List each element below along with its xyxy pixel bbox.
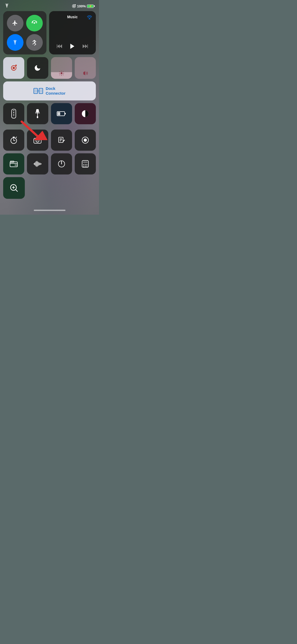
svg-rect-40 <box>13 137 15 137</box>
play-button[interactable] <box>69 43 76 51</box>
svg-rect-5 <box>57 44 58 48</box>
home-bar <box>34 210 65 211</box>
svg-rect-19 <box>34 89 37 93</box>
svg-rect-8 <box>13 67 15 69</box>
rotation-lock-icon <box>10 64 18 72</box>
svg-line-78 <box>16 190 17 191</box>
clock-button[interactable] <box>51 153 72 174</box>
invert-colors-icon <box>81 110 89 118</box>
screen-record-button[interactable] <box>75 130 96 151</box>
fast-forward-icon <box>82 44 88 49</box>
row-connectivity-music: Music <box>3 11 96 54</box>
record-icon <box>82 136 89 144</box>
svg-point-25 <box>13 112 14 113</box>
svg-point-51 <box>84 139 87 142</box>
invert-colors-button[interactable] <box>75 103 96 124</box>
svg-point-3 <box>34 22 35 24</box>
svg-point-74 <box>83 166 84 167</box>
clock-icon <box>58 160 65 168</box>
svg-rect-26 <box>13 114 14 114</box>
volume-icon <box>82 70 88 76</box>
dock-connector-icon <box>34 87 43 95</box>
cellular-icon <box>31 20 37 26</box>
wallet-icon <box>10 161 18 167</box>
svg-rect-24 <box>13 111 15 111</box>
do-not-disturb-button[interactable] <box>27 57 48 79</box>
music-header: Music <box>53 14 92 20</box>
airplay-icon[interactable] <box>87 14 92 20</box>
svg-point-73 <box>86 164 87 165</box>
dock-connector-button[interactable]: Dock Connector <box>3 81 96 100</box>
sound-recognition-button[interactable] <box>27 153 48 174</box>
wifi-button[interactable] <box>7 34 23 51</box>
wifi-large-icon <box>12 40 18 45</box>
svg-point-9 <box>60 72 62 74</box>
dock-connector-label-line1: Dock <box>46 86 55 91</box>
row-dock-connector: Dock Connector <box>3 81 96 100</box>
dock-connector-label-group: Dock Connector <box>46 86 65 96</box>
home-indicator <box>3 208 96 212</box>
volume-slider[interactable] <box>75 57 96 79</box>
low-battery-button[interactable] <box>51 103 72 124</box>
svg-rect-32 <box>58 112 60 115</box>
magnifier-icon <box>10 184 18 192</box>
battery-low-icon <box>57 111 66 116</box>
status-right: 100% ⚡ <box>72 4 95 8</box>
svg-point-4 <box>15 44 16 45</box>
svg-line-13 <box>63 75 63 75</box>
play-icon <box>69 43 76 50</box>
svg-rect-29 <box>37 116 38 118</box>
svg-line-16 <box>59 75 60 75</box>
notes-button[interactable] <box>51 130 72 151</box>
control-center-screen: 100% ⚡ <box>0 0 99 215</box>
battery-icon: ⚡ <box>87 4 95 8</box>
rotation-lock-button[interactable] <box>3 57 24 79</box>
waveform-icon <box>34 161 41 167</box>
wifi-icon <box>4 4 10 8</box>
red-arrow-icon <box>16 119 48 140</box>
previous-button[interactable] <box>57 44 63 50</box>
next-button[interactable] <box>82 44 88 50</box>
flashlight-icon <box>34 109 41 118</box>
svg-line-12 <box>59 71 60 72</box>
svg-point-76 <box>86 166 87 167</box>
status-bar: 100% ⚡ <box>3 4 96 11</box>
row-quick-controls <box>3 57 96 79</box>
svg-rect-70 <box>83 161 88 163</box>
svg-line-17 <box>63 71 63 72</box>
moon-icon <box>34 64 41 72</box>
svg-rect-27 <box>13 115 14 115</box>
control-center-content: Music <box>3 11 96 208</box>
calculator-button[interactable] <box>75 153 96 174</box>
cellular-button[interactable] <box>26 15 43 31</box>
wifi-status <box>4 4 10 9</box>
svg-line-36 <box>22 122 37 136</box>
svg-marker-30 <box>35 112 40 113</box>
row-icons-3 <box>3 153 96 174</box>
airplane-mode-button[interactable] <box>7 15 23 31</box>
remote-icon <box>11 109 17 118</box>
svg-point-44 <box>37 140 38 141</box>
bluetooth-button[interactable] <box>26 34 43 51</box>
rewind-icon <box>57 44 63 49</box>
wallet-button[interactable] <box>3 153 24 174</box>
magnifier-button[interactable] <box>3 177 25 199</box>
notes-icon <box>58 137 65 144</box>
svg-point-75 <box>85 166 86 167</box>
airplane-icon <box>12 20 18 26</box>
calculator-icon <box>82 160 89 168</box>
brightness-slider[interactable] <box>51 57 72 79</box>
svg-rect-21 <box>40 89 42 93</box>
music-panel[interactable]: Music <box>49 11 96 54</box>
battery-percentage: 100% <box>77 4 86 8</box>
music-controls <box>53 43 92 51</box>
svg-point-72 <box>85 164 86 165</box>
row-magnifier <box>3 177 96 199</box>
connectivity-panel <box>3 11 46 54</box>
svg-rect-2 <box>73 6 74 7</box>
svg-rect-28 <box>13 116 14 116</box>
brightness-icon <box>59 70 64 76</box>
svg-point-68 <box>61 161 62 162</box>
svg-rect-33 <box>65 113 66 114</box>
svg-point-71 <box>83 164 84 165</box>
